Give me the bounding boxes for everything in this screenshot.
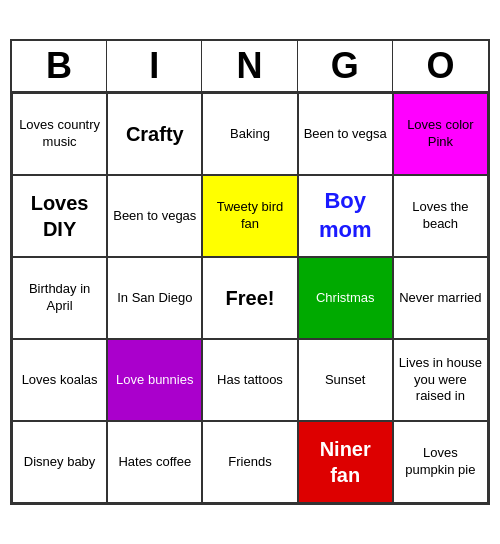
bingo-cell-5: Loves DIY: [12, 175, 107, 257]
bingo-cell-12: Free!: [202, 257, 297, 339]
bingo-cell-0: Loves country music: [12, 93, 107, 175]
bingo-cell-22: Friends: [202, 421, 297, 503]
bingo-cell-9: Loves the beach: [393, 175, 488, 257]
header-letter: G: [298, 41, 393, 91]
header-letter: O: [393, 41, 488, 91]
bingo-cell-6: Been to vegas: [107, 175, 202, 257]
bingo-cell-17: Has tattoos: [202, 339, 297, 421]
bingo-cell-24: Loves pumpkin pie: [393, 421, 488, 503]
bingo-cell-21: Hates coffee: [107, 421, 202, 503]
bingo-cell-3: Been to vegsa: [298, 93, 393, 175]
bingo-cell-15: Loves koalas: [12, 339, 107, 421]
bingo-cell-2: Baking: [202, 93, 297, 175]
bingo-card: BINGO Loves country musicCraftyBakingBee…: [10, 39, 490, 505]
bingo-cell-13: Christmas: [298, 257, 393, 339]
header-letter: B: [12, 41, 107, 91]
header-letter: N: [202, 41, 297, 91]
bingo-cell-14: Never married: [393, 257, 488, 339]
bingo-cell-20: Disney baby: [12, 421, 107, 503]
bingo-cell-11: In San Diego: [107, 257, 202, 339]
bingo-cell-8: Boy mom: [298, 175, 393, 257]
bingo-cell-23: Niner fan: [298, 421, 393, 503]
bingo-cell-4: Loves color Pink: [393, 93, 488, 175]
bingo-cell-18: Sunset: [298, 339, 393, 421]
bingo-grid: Loves country musicCraftyBakingBeen to v…: [12, 93, 488, 503]
header-letter: I: [107, 41, 202, 91]
bingo-cell-16: Love bunnies: [107, 339, 202, 421]
bingo-cell-7: Tweety bird fan: [202, 175, 297, 257]
bingo-header: BINGO: [12, 41, 488, 93]
bingo-cell-1: Crafty: [107, 93, 202, 175]
bingo-cell-19: Lives in house you were raised in: [393, 339, 488, 421]
bingo-cell-10: Birthday in April: [12, 257, 107, 339]
